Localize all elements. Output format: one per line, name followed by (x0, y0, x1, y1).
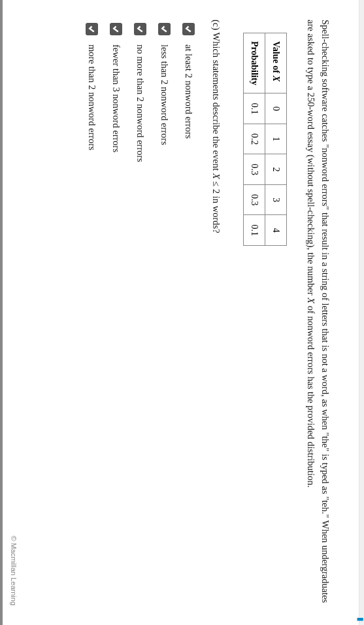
checkbox-icon (86, 23, 98, 35)
footer-border (0, 0, 3, 625)
checkbox-icon (182, 23, 195, 35)
option-label: less than 2 nonword errors (159, 44, 170, 145)
question-suffix: in words? (211, 194, 222, 233)
table-cell: 0.1 (244, 93, 265, 124)
table-cell: 0.3 (244, 184, 265, 215)
content-area: Spell-checking software catches "nonword… (73, 0, 359, 625)
question-text: (c) Which statements describe the event … (209, 20, 223, 605)
table-cell: 4 (265, 215, 287, 246)
table-cell: 2 (265, 154, 287, 185)
options-list: at least 2 nonword errors less than 2 no… (86, 23, 195, 605)
window-top-bar: ▮ (359, 0, 364, 625)
table-cell: 0 (265, 93, 287, 124)
footer-brand: © Macmillan Learning (10, 535, 18, 605)
table-row: Probability 0.1 0.2 0.3 0.3 0.1 (244, 33, 265, 246)
option-no-more-than-2[interactable]: no more than 2 nonword errors (134, 23, 146, 605)
table-row: Value of X 0 1 2 3 4 (265, 33, 287, 246)
checkbox-icon (158, 23, 171, 35)
distribution-table: Value of X 0 1 2 3 4 Probability 0.1 0.2… (243, 33, 287, 246)
option-label: no more than 2 nonword errors (135, 44, 146, 162)
row-header-value: Value of X (265, 33, 287, 93)
problem-variable: X (306, 297, 316, 303)
row-header-prob: Probability (244, 33, 265, 93)
problem-tail: of nonword errors has the provided distr… (306, 303, 316, 488)
table-cell: 0.2 (244, 124, 265, 154)
option-label: more than 2 nonword errors (86, 44, 97, 150)
option-label: at least 2 nonword errors (183, 44, 194, 139)
table-cell: 0.1 (244, 215, 265, 246)
option-fewer-than-3[interactable]: fewer than 3 nonword errors (110, 23, 122, 605)
option-label: fewer than 3 nonword errors (110, 44, 122, 152)
problem-statement: Spell-checking software catches "nonword… (303, 20, 333, 605)
checkbox-icon (110, 23, 122, 35)
table-cell: 0.3 (244, 154, 265, 185)
option-less-than-2[interactable]: less than 2 nonword errors (158, 23, 171, 605)
table-cell: 1 (265, 124, 287, 154)
checkbox-icon (134, 23, 146, 35)
question-prefix: (c) Which statements describe the event (211, 20, 222, 173)
option-at-least-2[interactable]: at least 2 nonword errors (182, 23, 195, 605)
question-variable: X (211, 173, 222, 179)
option-more-than-2[interactable]: more than 2 nonword errors (86, 23, 98, 605)
table-cell: 3 (265, 184, 287, 215)
question-relation: ≤ 2 (211, 179, 222, 194)
